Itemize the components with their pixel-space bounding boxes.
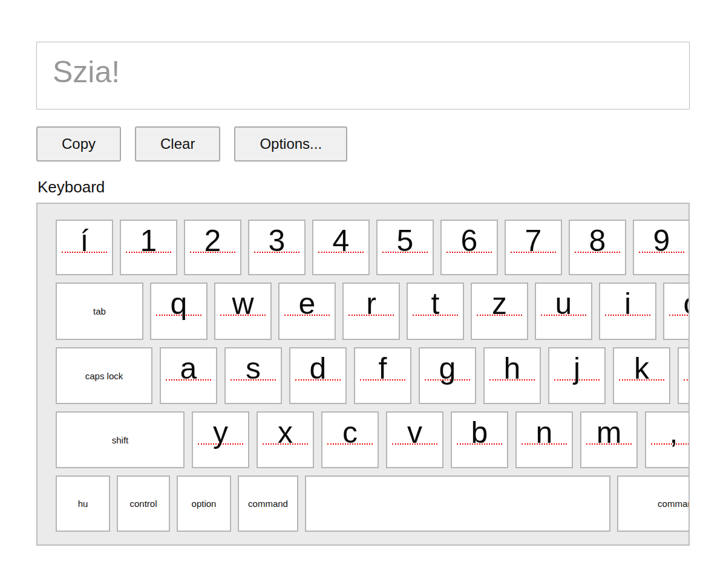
key-x[interactable]: x xyxy=(257,411,314,468)
key-m[interactable]: m xyxy=(580,411,638,468)
keyboard-row-2: tabqwertzuio xyxy=(56,283,688,340)
options-button[interactable]: Options... xyxy=(234,126,347,162)
key-glyph: u xyxy=(536,286,591,321)
key-label: command xyxy=(248,498,288,509)
key-t[interactable]: t xyxy=(407,283,464,340)
key-c[interactable]: c xyxy=(321,411,379,468)
key-glyph: q xyxy=(151,286,206,321)
key-glyph: i xyxy=(600,286,655,321)
key-y[interactable]: y xyxy=(192,411,249,468)
key-glyph: í xyxy=(57,223,112,258)
key-n[interactable]: n xyxy=(515,411,573,468)
key-glyph: 8 xyxy=(570,223,625,258)
key-6[interactable]: 6 xyxy=(440,220,498,275)
key-glyph: 2 xyxy=(185,223,240,258)
key-j[interactable]: j xyxy=(548,347,606,404)
keyboard-row-5: hucontroloptioncommandcommand xyxy=(56,475,688,532)
key-glyph: k xyxy=(614,351,669,386)
key-label: tab xyxy=(93,306,106,316)
key-glyph: d xyxy=(290,351,345,386)
key-label: option xyxy=(192,498,217,509)
key-glyph: a xyxy=(161,351,216,386)
key-control[interactable]: control xyxy=(117,475,170,532)
key-i[interactable]: i xyxy=(599,283,656,340)
key-7[interactable]: 7 xyxy=(505,220,562,275)
key-glyph: n xyxy=(517,415,572,450)
key-glyph: b xyxy=(452,415,507,450)
key-hu[interactable]: hu xyxy=(56,475,110,532)
key-glyph: h xyxy=(485,351,540,386)
key-l[interactable]: l xyxy=(678,347,690,404)
key-2[interactable]: 2 xyxy=(184,220,241,275)
key-glyph: m xyxy=(581,415,636,450)
key-3[interactable]: 3 xyxy=(248,220,306,275)
key-glyph: 6 xyxy=(442,223,497,258)
keyboard-row-3: caps lockasdfghjkl xyxy=(56,347,688,404)
key-z[interactable]: z xyxy=(471,283,528,340)
key-label: command xyxy=(658,498,690,509)
key-r[interactable]: r xyxy=(342,283,400,340)
key-glyph: 3 xyxy=(249,223,304,258)
key-glyph: y xyxy=(193,415,248,450)
key-label: control xyxy=(129,498,157,509)
key-glyph: 5 xyxy=(378,223,433,258)
keyboard-label: Keyboard xyxy=(38,178,105,197)
page: Copy Clear Options... Keyboard í12345678… xyxy=(0,0,726,588)
key-5[interactable]: 5 xyxy=(376,220,434,275)
key-glyph: 9 xyxy=(634,223,689,258)
key-k[interactable]: k xyxy=(613,347,670,404)
clear-button[interactable]: Clear xyxy=(135,126,220,162)
key-option[interactable]: option xyxy=(177,475,231,532)
key-u[interactable]: u xyxy=(535,283,592,340)
key-glyph: z xyxy=(472,286,527,321)
key-glyph: e xyxy=(280,286,335,321)
key-tab[interactable]: tab xyxy=(56,283,143,340)
key-b[interactable]: b xyxy=(451,411,508,468)
key-label: shift xyxy=(112,435,129,445)
key-glyph: o xyxy=(664,286,690,321)
key-glyph: s xyxy=(226,351,281,386)
key-label: hu xyxy=(78,498,88,509)
key-iacute[interactable]: í xyxy=(56,220,113,275)
key-glyph: l xyxy=(679,351,690,386)
key-glyph: g xyxy=(420,351,475,386)
key-v[interactable]: v xyxy=(386,411,443,468)
key-shift[interactable]: shift xyxy=(56,411,185,468)
key-w[interactable]: w xyxy=(214,283,272,340)
virtual-keyboard: í123456789tabqwertzuiocaps lockasdfghjkl… xyxy=(36,203,690,546)
key-e[interactable]: e xyxy=(278,283,336,340)
key-f[interactable]: f xyxy=(354,347,411,404)
key-command-left[interactable]: command xyxy=(238,475,298,532)
key-comma[interactable]: , xyxy=(645,411,690,468)
key-glyph: v xyxy=(387,415,442,450)
key-glyph: 4 xyxy=(313,223,368,258)
key-s[interactable]: s xyxy=(224,347,282,404)
key-caps-lock[interactable]: caps lock xyxy=(56,347,152,404)
key-d[interactable]: d xyxy=(289,347,347,404)
key-glyph: f xyxy=(355,351,410,386)
copy-button[interactable]: Copy xyxy=(36,126,121,162)
key-g[interactable]: g xyxy=(419,347,476,404)
key-4[interactable]: 4 xyxy=(312,220,370,275)
key-space[interactable] xyxy=(305,475,610,532)
key-glyph: x xyxy=(258,415,313,450)
key-glyph: t xyxy=(408,286,463,321)
key-a[interactable]: a xyxy=(160,347,217,404)
key-glyph: 1 xyxy=(121,223,176,258)
keyboard-row-1: í123456789 xyxy=(56,220,688,275)
key-glyph: w xyxy=(215,286,270,321)
key-o[interactable]: o xyxy=(663,283,690,340)
toolbar: Copy Clear Options... xyxy=(36,126,347,162)
keyboard-row-4: shiftyxcvbnm, xyxy=(56,411,688,468)
key-h[interactable]: h xyxy=(483,347,541,404)
key-1[interactable]: 1 xyxy=(120,220,177,275)
key-glyph: r xyxy=(344,286,399,321)
key-glyph: , xyxy=(646,415,690,450)
key-glyph: c xyxy=(322,415,378,450)
text-output-area[interactable] xyxy=(36,42,690,109)
key-glyph: 7 xyxy=(506,223,561,258)
key-command-right[interactable]: command xyxy=(617,475,690,532)
key-q[interactable]: q xyxy=(150,283,208,340)
key-9[interactable]: 9 xyxy=(633,220,690,275)
key-8[interactable]: 8 xyxy=(569,220,626,275)
